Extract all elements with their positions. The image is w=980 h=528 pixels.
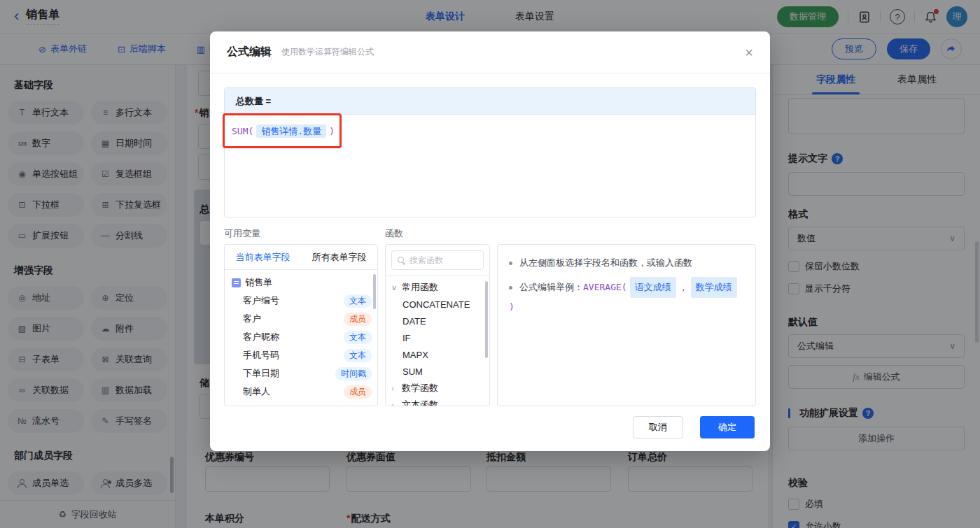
modal-title: 公式编辑: [227, 45, 272, 59]
function-item[interactable]: DATE: [386, 313, 489, 329]
variable-row[interactable]: 下单日期时间戳: [225, 364, 377, 383]
variables-panel: 当前表单字段 所有表单字段 销售单 客户编号文本 客户成员 客户昵称文本 手机号…: [224, 244, 378, 406]
example-field-chip: 数学成绩: [691, 277, 737, 298]
type-badge: 文本: [344, 349, 372, 362]
formula-target-text: 总数量 =: [236, 95, 271, 108]
functions-panel: ∨常用函数 CONCATENATE DATE IF MAPX SUM ›数学函数…: [385, 244, 490, 406]
formula-close-paren: ): [329, 126, 335, 136]
variable-name: 客户编号: [243, 294, 279, 307]
group-label: 常用函数: [402, 281, 438, 294]
help-column: 从左侧面板选择字段名和函数，或输入函数 公式编辑举例： AVERAGE( 语文成…: [497, 227, 756, 406]
modal-footer: 取消 确定: [633, 416, 755, 438]
variable-name: 制单人: [243, 385, 270, 398]
variables-column: 可用变量 当前表单字段 所有表单字段 销售单 客户编号文本 客: [224, 227, 378, 406]
chevron-right-icon: ›: [391, 401, 398, 406]
cancel-button[interactable]: 取消: [633, 416, 683, 438]
function-name: MAPX: [402, 350, 428, 360]
example-function: AVERAGE(: [583, 278, 627, 297]
function-name: SUM: [402, 366, 423, 377]
formula-editor-modal: 公式编辑 使用数学运算符编辑公式 × 总数量 = SUM(销售详情.数量) 可用…: [210, 31, 770, 451]
function-group-math[interactable]: ›数学函数: [386, 380, 489, 397]
help-text: 公式编辑举例：: [519, 278, 583, 297]
help-example-line: 公式编辑举例： AVERAGE( 语文成绩 ， 数学成绩 ): [509, 277, 744, 316]
type-badge: 文本: [344, 294, 372, 308]
help-panel: 从左侧面板选择字段名和函数，或输入函数 公式编辑举例： AVERAGE( 语文成…: [497, 244, 756, 406]
bullet-icon: [509, 262, 512, 265]
type-badge: 时间戳: [335, 367, 372, 380]
variable-name: 下单日期: [243, 367, 279, 380]
app-screen: ‹ 销售单 表单设计 表单设置 数据管理 ? 理 ⊘ 表单外链: [0, 0, 980, 528]
variable-row[interactable]: 手机号码文本: [225, 346, 377, 364]
tree-root-label: 销售单: [245, 276, 272, 289]
help-label-spacer: [497, 227, 756, 244]
form-doc-icon: [232, 278, 241, 287]
modal-header: 公式编辑 使用数学运算符编辑公式 ×: [210, 31, 770, 73]
function-item[interactable]: SUM: [386, 363, 489, 380]
formula-editor-box[interactable]: 总数量 = SUM(销售详情.数量): [224, 87, 756, 217]
functions-label: 函数: [385, 227, 490, 244]
formula-function: SUM(: [232, 126, 253, 136]
functions-column: 函数 ∨常用函数 CONCATENATE DATE IF: [385, 227, 490, 406]
variable-row[interactable]: 客户昵称文本: [225, 328, 377, 346]
modal-panels: 可用变量 当前表单字段 所有表单字段 销售单 客户编号文本 客: [224, 227, 756, 406]
tree-root-item[interactable]: 销售单: [225, 273, 377, 292]
function-item[interactable]: CONCATENATE: [386, 296, 489, 313]
function-name: IF: [402, 333, 411, 343]
variables-scrollbar[interactable]: [373, 274, 376, 309]
function-search-box[interactable]: [391, 250, 484, 270]
function-group-common[interactable]: ∨常用函数: [386, 279, 489, 296]
variable-name: 手机号码: [243, 349, 279, 362]
confirm-button[interactable]: 确定: [700, 416, 755, 438]
formula-target: 总数量 =: [225, 88, 755, 115]
variables-label: 可用变量: [224, 227, 378, 244]
function-search-wrap: [386, 245, 489, 276]
function-search-input[interactable]: [410, 255, 472, 265]
variables-tree: 销售单 客户编号文本 客户成员 客户昵称文本 手机号码文本 下单日期时间戳 制单…: [225, 270, 377, 401]
function-item[interactable]: IF: [386, 329, 489, 346]
bullet-icon: [509, 286, 512, 290]
variable-name: 客户: [243, 313, 261, 325]
function-group-text[interactable]: ›文本函数: [386, 397, 489, 406]
help-line: 从左侧面板选择字段名和函数，或输入函数: [509, 254, 744, 272]
example-close-paren: ): [509, 298, 514, 316]
formula-content[interactable]: SUM(销售详情.数量): [225, 115, 755, 148]
functions-tree: ∨常用函数 CONCATENATE DATE IF MAPX SUM ›数学函数…: [386, 276, 489, 406]
help-text: 从左侧面板选择字段名和函数，或输入函数: [519, 254, 692, 272]
type-badge: 文本: [344, 331, 372, 344]
tab-current-form-fields[interactable]: 当前表单字段: [225, 251, 301, 264]
tab-all-form-fields[interactable]: 所有表单字段: [301, 251, 377, 264]
variable-row[interactable]: 制单人成员: [225, 383, 377, 401]
chevron-down-icon: ∨: [391, 283, 398, 292]
modal-body: 总数量 = SUM(销售详情.数量) 可用变量 当前表单字段 所有表单字段: [210, 73, 770, 420]
function-item[interactable]: MAPX: [386, 346, 489, 363]
search-icon: [398, 257, 405, 264]
function-name: DATE: [402, 316, 426, 327]
functions-scrollbar[interactable]: [485, 281, 488, 358]
group-label: 数学函数: [402, 382, 438, 394]
modal-subtitle: 使用数学运算符编辑公式: [281, 46, 374, 58]
type-badge: 成员: [344, 385, 372, 399]
variable-name: 客户昵称: [243, 331, 279, 343]
formula-field-chip[interactable]: 销售详情.数量: [256, 124, 326, 138]
comma-text: ，: [679, 278, 688, 297]
variables-tabs: 当前表单字段 所有表单字段: [225, 245, 377, 270]
variable-row[interactable]: 客户编号文本: [225, 292, 377, 310]
group-label: 文本函数: [402, 399, 438, 406]
example-field-chip: 语文成绩: [630, 277, 676, 298]
variable-row[interactable]: 客户成员: [225, 310, 377, 328]
chevron-right-icon: ›: [391, 384, 398, 392]
function-name: CONCATENATE: [402, 299, 470, 310]
type-badge: 成员: [344, 313, 372, 326]
close-icon[interactable]: ×: [745, 45, 753, 59]
